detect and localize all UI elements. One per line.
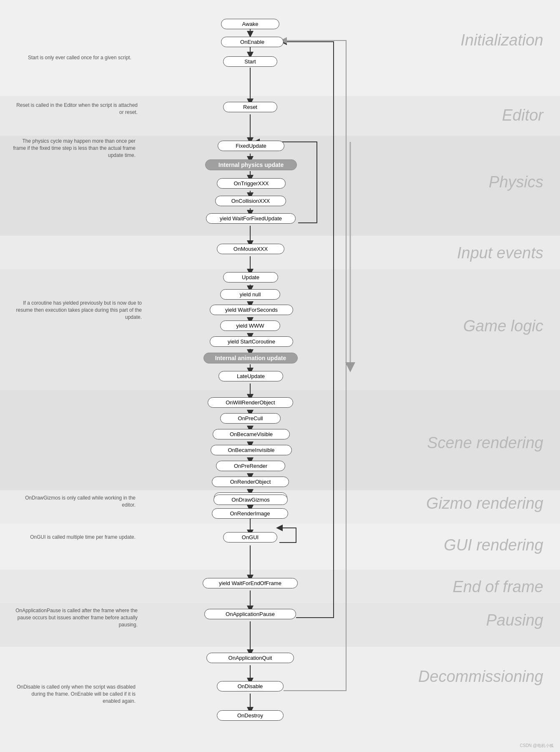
- node-onprecull: OnPreCull: [220, 413, 281, 424]
- node-onwillrenderobject: OnWillRenderObject: [208, 397, 293, 408]
- node-onbecameinvisible: OnBecameInvisible: [211, 445, 292, 455]
- section-gui: [0, 524, 560, 570]
- watermark: CSDN @电机小狐: [520, 743, 554, 749]
- node-lateupdate: LateUpdate: [218, 371, 283, 381]
- node-onbecamevisible: OnBecameVisible: [213, 429, 290, 439]
- node-ongui: OnGUI: [223, 532, 277, 543]
- node-update: Update: [223, 272, 278, 283]
- annot-pause: OnApplicationPause is called after the f…: [13, 607, 138, 628]
- node-internal-physics: Internal physics update: [205, 159, 297, 170]
- node-onprerender: OnPreRender: [216, 461, 285, 471]
- node-reset: Reset: [223, 102, 277, 112]
- node-yield-startcoroutine: yield StartCoroutine: [210, 336, 293, 347]
- annot-reset: Reset is called in the Editor when the s…: [13, 102, 138, 116]
- node-yield-waitforendofframe: yield WaitForEndOfFrame: [203, 578, 298, 588]
- node-ondrawgizmos: OnDrawGizmos: [213, 495, 288, 505]
- node-onapplicationpause: OnApplicationPause: [204, 609, 296, 619]
- node-fixedupdate: FixedUpdate: [218, 141, 284, 151]
- node-internal-animation: Internal animation update: [203, 353, 298, 363]
- node-yield-waitforseconds: yield WaitForSeconds: [210, 305, 293, 315]
- node-onrenderobject: OnRenderObject: [212, 477, 289, 487]
- node-yield-www: yield WWW: [220, 320, 280, 331]
- annot-start: Start is only ever called once for a giv…: [15, 54, 131, 61]
- annot-gizmo: OnDrawGizmos is only called while workin…: [13, 495, 136, 509]
- node-onenable: OnEnable: [221, 37, 284, 47]
- annot-physics: The physics cycle may happen more than o…: [13, 138, 136, 159]
- annot-gui: OnGUI is called multiple time per frame …: [23, 534, 136, 541]
- node-ontriggerxxx: OnTriggerXXX: [217, 178, 286, 189]
- node-onrenderimage: OnRenderImage: [212, 508, 288, 519]
- annot-coroutine: If a coroutine has yielded previously bu…: [13, 300, 142, 320]
- node-start: Start: [223, 56, 277, 67]
- node-ondisable: OnDisable: [217, 681, 284, 691]
- node-oncollisionxxx: OnCollisionXXX: [215, 196, 286, 206]
- lifecycle-diagram: Initialization Editor Physics Input even…: [0, 0, 560, 752]
- node-onapplicationquit: OnApplicationQuit: [206, 653, 294, 663]
- node-ondestroy: OnDestroy: [217, 710, 284, 721]
- node-onmousexxx: OnMouseXXX: [217, 244, 284, 254]
- node-yield-waitforfixedupdate: yield WaitForFixedUpdate: [206, 213, 296, 224]
- annot-disable: OnDisable is called only when the script…: [13, 684, 136, 704]
- node-yield-null: yield null: [220, 289, 280, 300]
- node-awake: Awake: [221, 19, 279, 29]
